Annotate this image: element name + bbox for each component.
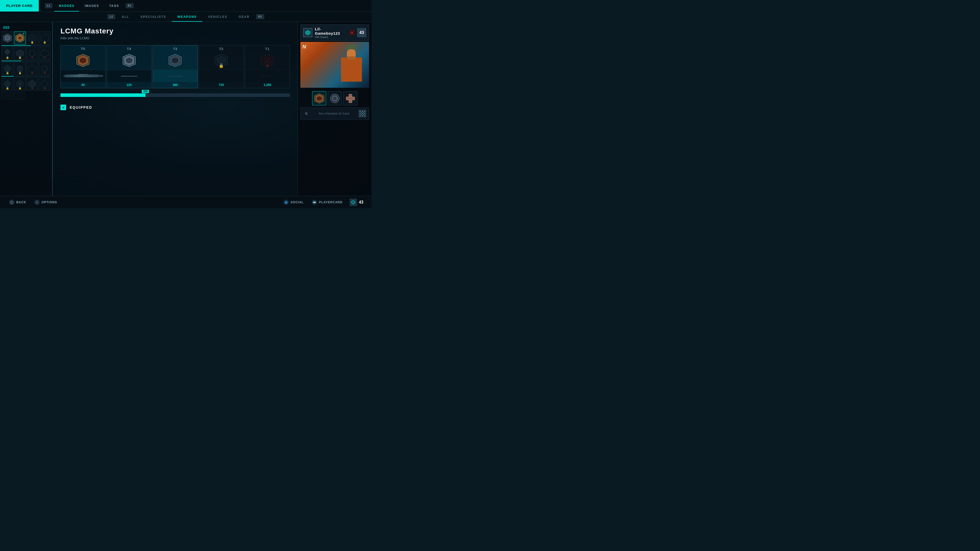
tier-t2-kills: 720	[219, 82, 224, 88]
badge-item-12[interactable]: ⊗	[39, 62, 51, 75]
badge-item-17[interactable]	[2, 92, 13, 100]
lock-icon-14: 🔒	[18, 87, 21, 89]
svg-point-44	[333, 97, 337, 100]
svg-marker-5	[18, 36, 22, 40]
tier-t4[interactable]: T4 ▬▬▬▬▬▬▬▬ 120	[107, 45, 152, 88]
player-name: Lil-Gameboy123	[315, 27, 346, 35]
badge-item-2[interactable]: ✓	[14, 32, 26, 44]
playercard-icon: 🪪	[312, 200, 317, 205]
social-button[interactable]: 👥 SOCIAL	[280, 200, 308, 205]
badge-count: 2/22	[0, 24, 52, 32]
playercard-button[interactable]: 🪪 PLAYERCARD	[308, 200, 347, 205]
badge-grid-5	[0, 92, 52, 100]
tier-t5-badge-area	[61, 52, 105, 70]
soldier-silhouette	[336, 43, 366, 88]
options-button[interactable]: ≡ OPTIONS	[30, 200, 61, 205]
player-card-header: Lil-Gameboy123 Old Guard ✕ 43	[301, 24, 369, 41]
sub-tab-weapons[interactable]: WEAPONS	[172, 12, 202, 22]
r1-button[interactable]: R1	[126, 3, 134, 8]
tier-t3[interactable]: T3 ▬▬▬▬▬▬▬ 360	[153, 45, 198, 88]
svg-marker-7	[29, 35, 35, 41]
badge-grid-4: 🔒 🔒 ⊗	[0, 77, 52, 91]
l1-button[interactable]: L1	[45, 3, 52, 8]
tier-t1-kills: 1,200	[264, 82, 271, 88]
tab-tags[interactable]: TAGS	[105, 0, 124, 11]
player-badge-slot-2[interactable]	[328, 91, 342, 105]
badge-scroll-area[interactable]: 2/22 ✓	[0, 24, 52, 194]
sub-tab-specialists[interactable]: SPECIALISTS	[135, 12, 172, 22]
lock-x-icon-16: ⊗	[44, 87, 46, 89]
l2-button[interactable]: L2	[107, 14, 115, 19]
badge-item-1[interactable]	[2, 32, 13, 44]
badge-item-10[interactable]: 🔒	[14, 62, 26, 75]
badge-item-9[interactable]: 🔒	[2, 62, 13, 75]
badge-detail-panel: LCMG Mastery Kills with the LCMG T5 30	[53, 22, 298, 196]
close-button[interactable]: ✕	[350, 30, 355, 35]
tier-t5[interactable]: T5 30	[60, 45, 106, 88]
sub-tab-all[interactable]: ALL	[116, 12, 135, 22]
tier-t5-label: T5	[81, 45, 85, 52]
back-icon: ◯	[9, 200, 14, 205]
lock-icon-5: 🔒	[6, 56, 9, 59]
player-badge-slot-3[interactable]	[343, 91, 357, 105]
lock-x-icon-15: ⊗	[31, 87, 33, 89]
player-image: N	[301, 42, 369, 88]
lock-icon-4: 🔒	[43, 41, 46, 44]
player-card-panel: Lil-Gameboy123 Old Guard ✕ 43 N	[298, 22, 372, 196]
tier-t1-badge-area: ⊗	[245, 52, 290, 70]
tier-t1-bottom: ▬▬▬▬▬▬▬	[245, 70, 290, 82]
badge-item-7[interactable]: ⊗	[26, 47, 38, 60]
progress-fill-3	[2, 76, 14, 76]
kills-progress-fill	[60, 94, 145, 97]
badge-icon-1	[3, 33, 12, 43]
badge-item-6[interactable]: 🔒	[14, 47, 26, 60]
lock-icon-9: 🔒	[6, 71, 9, 74]
svg-marker-24	[80, 57, 86, 64]
lock-x-icon-11: ⊗	[31, 71, 33, 74]
sub-tab-gear[interactable]: GEAR	[233, 12, 255, 22]
player-card-tab[interactable]: PLAYER CARD	[0, 0, 39, 11]
nameplate-icon: N	[303, 110, 309, 117]
player-badge-slot-1[interactable]	[312, 91, 326, 105]
sub-tab-vehicles[interactable]: VEHICLES	[202, 12, 233, 22]
options-icon: ≡	[35, 200, 40, 205]
lock-x-icon-12: ⊗	[44, 71, 46, 74]
lock-x-icon-7: ⊗	[31, 56, 33, 59]
kills-progress-marker: 379	[142, 90, 149, 93]
svg-marker-41	[317, 96, 322, 101]
nameplate-row: N Non-Patriated ID Card	[301, 107, 369, 120]
badge-item-13[interactable]: 🔒	[2, 77, 13, 91]
back-button[interactable]: ◯ BACK	[5, 200, 30, 205]
player-badge-1-icon	[314, 94, 325, 103]
progress-fill-2	[2, 61, 21, 61]
badge-item-8[interactable]: ⊗	[39, 47, 51, 60]
equipped-row: ✓ EQUIPPED	[60, 105, 290, 110]
equipped-label: EQUIPPED	[70, 105, 92, 110]
badge-item-4[interactable]: 🔒	[39, 32, 51, 44]
badge-item-15[interactable]: ⊗	[26, 77, 38, 91]
r2-button[interactable]: R2	[256, 14, 264, 19]
badge-grid-3: 🔒 🔒 ⊗ ⊗	[0, 62, 52, 75]
player-info: Lil-Gameboy123 Old Guard	[315, 27, 346, 38]
tier-t2[interactable]: T2 🔒 720	[199, 45, 244, 88]
player-badge-3-icon	[345, 94, 355, 103]
badge-grid-2: 🔒 🔒 ⊗ ⊗	[0, 47, 52, 60]
tier-table: T5 30 T4	[60, 45, 290, 88]
badge-item-11[interactable]: ⊗	[26, 62, 38, 75]
tier-t1[interactable]: T1 ⊗ ▬▬▬▬▬▬▬ 1,200	[245, 45, 290, 88]
tier-t4-label: T4	[127, 45, 131, 52]
badge-item-3[interactable]: 🔒	[26, 32, 38, 44]
badge-item-18[interactable]	[14, 92, 26, 100]
badge-item-16[interactable]: ⊗	[39, 77, 51, 91]
tab-images[interactable]: IMAGES	[80, 0, 103, 11]
player-badges-row	[301, 89, 369, 107]
level-display: 43	[347, 199, 366, 206]
progress-fill-1	[2, 45, 31, 46]
tier-t5-gun	[63, 74, 103, 78]
tier-t2-bottom	[199, 70, 244, 82]
svg-point-11	[29, 50, 35, 56]
level-value: 43	[359, 200, 363, 205]
badge-item-14[interactable]: 🔒	[14, 77, 26, 91]
badge-item-5[interactable]: 🔒	[2, 47, 13, 60]
tab-badges[interactable]: BADGES	[54, 0, 79, 11]
